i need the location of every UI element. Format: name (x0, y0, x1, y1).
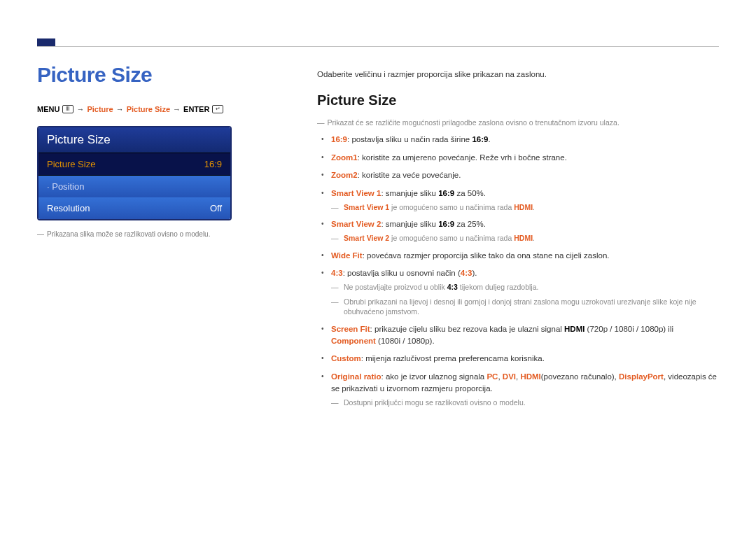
osd-row-label: Picture Size (47, 159, 95, 169)
option-key-inline: 16:9 (472, 135, 488, 143)
osd-row-label: Resolution (47, 203, 90, 213)
osd-row-value: Off (210, 203, 222, 213)
breadcrumb-arrow: → (76, 105, 84, 113)
option-key-inline: 16:9 (438, 189, 454, 197)
option-text: : postavlja sliku u način rada širine (347, 135, 472, 143)
sub-note-text: je omogućeno samo u načinima rada (389, 203, 514, 211)
option-text-end: za 50%. (454, 189, 486, 197)
option-key: 16:9 (331, 135, 347, 143)
list-item: Original ratio: ako je izvor ulaznog sig… (331, 371, 719, 407)
sub-note-key: Smart View 1 (344, 203, 389, 211)
list-item: 16:9: postavlja sliku u način rada širin… (331, 134, 719, 146)
option-key-inline: 16:9 (438, 220, 454, 228)
option-key: 4:3 (331, 269, 343, 277)
breadcrumb-enter-label: ENTER (183, 105, 209, 113)
list-item: Smart View 1: smanjuje sliku 16:9 za 50%… (331, 188, 719, 212)
option-key: Zoom2 (331, 171, 358, 179)
sub-note-key: 4:3 (447, 283, 458, 291)
option-text: : koristite za veće povećanje. (358, 171, 461, 179)
option-text2: (720p / 1080i / 1080p) ili (584, 325, 673, 333)
sub-note: ― Obrubi prikazani na lijevoj i desnoj i… (331, 297, 719, 317)
list-item: Screen Fit: prikazuje cijelu sliku bez r… (331, 323, 719, 346)
option-key-inline3: HDMI (520, 372, 540, 381)
sub-note: Ne postavljajte proizvod u oblik 4:3 tij… (331, 282, 719, 293)
option-key: Custom (331, 354, 361, 363)
osd-title: Picture Size (38, 127, 230, 153)
breadcrumb-arrow: → (173, 105, 181, 113)
breadcrumb-menu-label: MENU (37, 105, 59, 113)
sub-note-key2: HDMI (514, 203, 533, 211)
sub-note-end: tijekom duljeg razdoblja. (458, 283, 539, 291)
enter-icon: ↵ (212, 105, 223, 113)
lead-note-text: Prikazat će se različite mogućnosti pril… (328, 118, 620, 127)
option-key: Smart View 2 (331, 220, 381, 228)
option-text: : koristite za umjereno povećanje. Reže … (358, 153, 567, 162)
option-key: Wide Fit (331, 251, 363, 260)
horizontal-rule (37, 46, 719, 47)
breadcrumb-picture-size: Picture Size (127, 105, 170, 113)
breadcrumb: MENU Ⅲ → Picture → Picture Size → ENTER … (37, 105, 275, 113)
intro-text: Odaberite veličinu i razmjer proporcija … (317, 70, 719, 78)
option-text2: (povezano računalo), (541, 372, 619, 381)
breadcrumb-arrow: → (116, 105, 124, 113)
list-item: Zoom2: koristite za veće povećanje. (331, 169, 719, 181)
list-item: Smart View 2: smanjuje sliku 16:9 za 25%… (331, 218, 719, 243)
option-key: Zoom1 (331, 153, 358, 162)
sub-note-text: je omogućeno samo u načinima rada (389, 234, 514, 242)
osd-menu: Picture Size Picture Size 16:9 · Positio… (37, 126, 232, 220)
page-title: Picture Size (37, 63, 275, 87)
section-sub-title: Picture Size (317, 92, 719, 108)
menu-icon: Ⅲ (62, 105, 74, 113)
option-text: : postavlja sliku u osnovni način ( (343, 269, 461, 277)
options-list: 16:9: postavlja sliku u način rada širin… (317, 134, 719, 407)
option-key-inline2: DVI (503, 372, 516, 381)
option-key-inline: PC (486, 372, 498, 381)
left-footnote: ―Prikazana slika može se razlikovati ovi… (37, 230, 275, 238)
option-key: Screen Fit (331, 325, 370, 333)
option-text: : ako je izvor ulaznog signala (382, 372, 487, 381)
sub-note-end: . (533, 234, 535, 242)
option-text: : smanjuje sliku (381, 189, 438, 197)
option-key: Original ratio (331, 372, 382, 381)
sub-note-end: . (533, 203, 535, 211)
osd-row-value: 16:9 (204, 159, 222, 169)
left-footnote-text: Prikazana slika može se razlikovati ovis… (47, 230, 210, 238)
option-text-end: ). (472, 269, 477, 277)
sub-note-long: Obrubi prikazani na lijevoj i desnoj ili… (344, 297, 696, 316)
sub-note: Dostupni priključci mogu se razlikovati … (331, 398, 719, 408)
sub-note: Smart View 1 je omogućeno samo u načinim… (331, 202, 719, 213)
list-item: 4:3: postavlja sliku u osnovni način (4:… (331, 267, 719, 317)
left-column: Picture Size MENU Ⅲ → Picture → Picture … (37, 63, 275, 414)
lead-note: ―Prikazat će se različite mogućnosti pri… (317, 118, 719, 127)
option-key-inline4: DisplayPort (619, 372, 664, 381)
dash-icon: ― (37, 230, 44, 238)
option-text-end: . (488, 135, 490, 143)
sub-note-text: Ne postavljajte proizvod u oblik (344, 283, 447, 291)
option-text: : prikazuje cijelu sliku bez rezova kada… (370, 325, 564, 333)
osd-row-position[interactable]: · Position (38, 176, 230, 197)
option-text3: (1080i / 1080p). (376, 337, 435, 345)
sub-note-text: Dostupni priključci mogu se razlikovati … (344, 398, 526, 407)
osd-row-picture-size[interactable]: Picture Size 16:9 (38, 153, 230, 176)
sub-note-key: Smart View 2 (344, 234, 389, 242)
right-column: Odaberite veličinu i razmjer proporcija … (317, 63, 719, 414)
list-item: Wide Fit: povećava razmjer proporcija sl… (331, 250, 719, 262)
dash-icon: ― (317, 118, 325, 127)
option-text: : smanjuje sliku (381, 220, 438, 228)
sub-note-key2: HDMI (514, 234, 533, 242)
option-text-end: za 25%. (454, 220, 486, 228)
sub-note: Smart View 2 je omogućeno samo u načinim… (331, 233, 719, 244)
breadcrumb-picture: Picture (87, 105, 113, 113)
osd-row-label: · Position (47, 181, 84, 192)
list-item: Custom: mijenja razlučivost prema prefer… (331, 353, 719, 365)
option-text: : mijenja razlučivost prema preferencama… (361, 354, 545, 363)
option-key-inline: HDMI (564, 325, 584, 333)
list-item: Zoom1: koristite za umjereno povećanje. … (331, 152, 719, 164)
osd-row-resolution[interactable]: Resolution Off (38, 197, 230, 219)
option-key: Smart View 1 (331, 189, 381, 197)
option-key-inline: 4:3 (461, 269, 472, 277)
page-content: Picture Size MENU Ⅲ → Picture → Picture … (37, 63, 719, 414)
option-key-inline2: Component (331, 337, 376, 345)
option-text: : povećava razmjer proporcija slike tako… (363, 251, 610, 260)
